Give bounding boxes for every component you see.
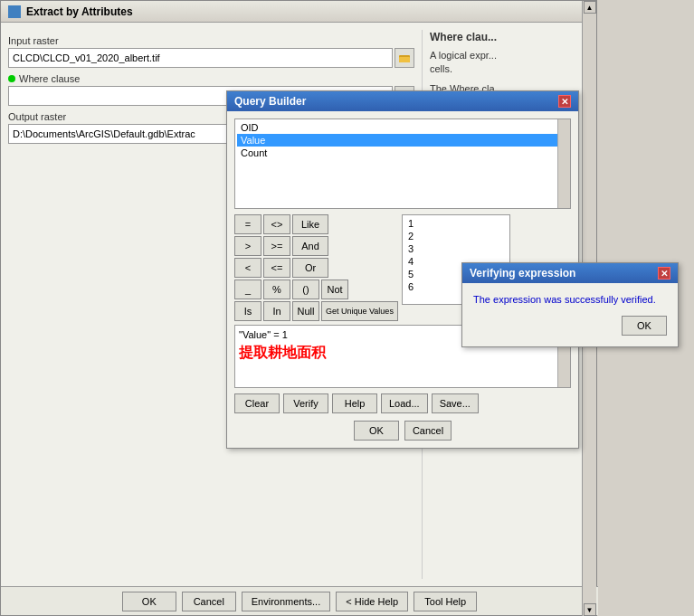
input-raster-browse[interactable] [395, 48, 414, 68]
operators-column: = <> Like > >= And < <= Or _ % () [234, 214, 398, 321]
op-in[interactable]: In [263, 301, 290, 321]
ops-row-1: = <> Like [234, 214, 398, 234]
get-unique-btn[interactable]: Get Unique Values [321, 301, 398, 321]
op-equals[interactable]: = [234, 214, 261, 234]
verify-button[interactable]: Verify [283, 393, 328, 413]
field-item-oid[interactable]: OID [237, 121, 568, 134]
verify-popup: Verifying expression ✕ The expression wa… [461, 262, 679, 347]
ops-row-3: < <= Or [234, 258, 398, 278]
ops-row-4: _ % () Not [234, 280, 398, 299]
verify-titlebar: Verifying expression ✕ [462, 263, 678, 283]
hide-help-button[interactable]: < Hide Help [336, 592, 408, 611]
ops-row-5: Is In Null Get Unique Values [234, 301, 398, 321]
field-list-container: OID Value Count [234, 118, 571, 209]
input-raster-field[interactable] [8, 48, 393, 68]
verify-ok-button[interactable]: OK [622, 316, 667, 336]
tool-help-button[interactable]: Tool Help [414, 592, 477, 611]
op-underscore[interactable]: _ [234, 280, 261, 299]
query-builder-close[interactable]: ✕ [558, 95, 571, 108]
op-is[interactable]: Is [234, 301, 261, 321]
op-not[interactable]: Not [321, 280, 348, 299]
status-dot [8, 75, 15, 82]
dialog-cancel-button[interactable]: Cancel [404, 421, 452, 441]
environments-button[interactable]: Environments... [242, 592, 330, 611]
scroll-down-btn[interactable]: ▼ [584, 603, 596, 616]
field-list: OID Value Count [235, 119, 570, 161]
folder-icon [399, 52, 410, 63]
verify-close[interactable]: ✕ [658, 267, 670, 280]
query-builder-title: Query Builder [234, 95, 306, 108]
value-2[interactable]: 2 [404, 230, 508, 242]
op-null[interactable]: Null [292, 301, 319, 321]
bottom-bar: OK Cancel Environments... < Hide Help To… [1, 586, 598, 615]
where-clause-label: Where clause [8, 73, 414, 84]
ok-button[interactable]: OK [122, 592, 176, 611]
help-text1: A logical expr...cells. [430, 49, 589, 77]
verify-title: Verifying expression [470, 267, 575, 280]
dialog-action-buttons: Clear Verify Help Load... Save... [234, 393, 571, 413]
op-percent[interactable]: % [263, 280, 290, 299]
main-title: Extract by Attributes [26, 5, 589, 18]
verify-message: The expression was successfully verified… [473, 294, 667, 305]
main-titlebar: Extract by Attributes [1, 1, 596, 23]
op-gte[interactable]: >= [263, 236, 290, 256]
dialog-ok-button[interactable]: OK [354, 421, 399, 441]
op-gt[interactable]: > [234, 236, 261, 256]
field-item-value[interactable]: Value [237, 134, 568, 147]
ops-row-2: > >= And [234, 236, 398, 256]
op-and[interactable]: And [292, 236, 328, 256]
scroll-up-btn[interactable]: ▲ [584, 1, 596, 14]
op-parens[interactable]: () [292, 280, 319, 299]
verify-body: The expression was successfully verified… [462, 283, 678, 346]
input-raster-row [8, 48, 414, 68]
op-lt[interactable]: < [234, 258, 261, 278]
field-list-scrollbar[interactable] [557, 119, 570, 208]
query-builder-titlebar: Query Builder ✕ [227, 91, 578, 111]
value-3[interactable]: 3 [404, 242, 508, 255]
app-icon [8, 5, 21, 18]
op-or[interactable]: Or [292, 258, 328, 278]
field-item-count[interactable]: Count [237, 147, 568, 159]
dialog-ok-row: OK Cancel [234, 421, 571, 441]
op-like[interactable]: Like [292, 214, 328, 234]
save-button[interactable]: Save... [432, 393, 479, 413]
svg-rect-1 [399, 57, 410, 62]
input-raster-label: Input raster [8, 35, 414, 46]
load-button[interactable]: Load... [381, 393, 428, 413]
op-lte[interactable]: <= [263, 258, 290, 278]
clear-button[interactable]: Clear [234, 393, 280, 413]
cancel-button[interactable]: Cancel [182, 592, 236, 611]
op-notequals[interactable]: <> [263, 214, 290, 234]
verify-ok-row: OK [473, 316, 667, 336]
help-button[interactable]: Help [332, 393, 377, 413]
value-1[interactable]: 1 [404, 217, 508, 230]
help-title: Where clau... [430, 30, 589, 45]
